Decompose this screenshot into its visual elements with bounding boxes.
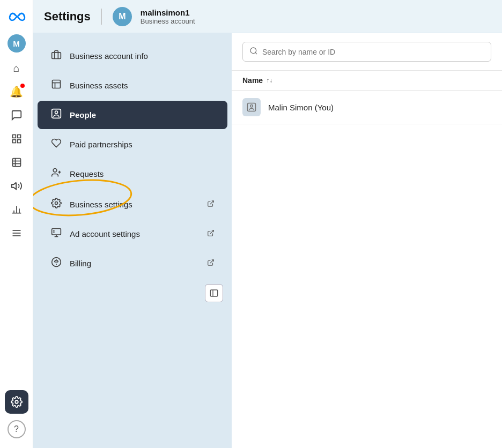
bell-nav-icon[interactable]: 🔔	[6, 81, 27, 102]
page-title: Settings	[44, 10, 91, 24]
sidebar-label-requests: Requests	[70, 169, 104, 178]
ad-account-settings-icon	[50, 227, 62, 241]
sidebar: Business account info Business assets	[33, 33, 232, 448]
collapse-sidebar-button[interactable]	[205, 284, 223, 302]
right-panel: Name ↑↓ Malin Simon (You)	[232, 33, 502, 448]
sidebar-item-business-account-info[interactable]: Business account info	[38, 42, 227, 70]
table-nav-icon[interactable]	[6, 152, 27, 173]
content-row: Business account info Business assets	[33, 33, 502, 448]
table-body: Malin Simon (You)	[232, 91, 502, 124]
svg-rect-18	[53, 80, 61, 88]
svg-point-39	[250, 48, 256, 54]
ad-account-settings-external-icon	[207, 229, 215, 238]
sidebar-label-business-assets: Business assets	[70, 81, 128, 90]
header-divider	[101, 9, 102, 25]
sidebar-label-business-settings: Business settings	[70, 200, 132, 209]
sidebar-item-billing[interactable]: Billing	[38, 249, 227, 278]
sidebar-item-paid-partnerships[interactable]: Paid partnerships	[38, 130, 227, 159]
sidebar-label-billing: Billing	[70, 259, 91, 268]
search-bar	[242, 42, 491, 62]
svg-line-36	[210, 260, 213, 263]
sidebar-item-business-settings[interactable]: Business settings	[38, 190, 227, 219]
chat-nav-icon[interactable]	[6, 105, 27, 125]
svg-rect-29	[52, 229, 61, 235]
sidebar-label-ad-account-settings: Ad account settings	[70, 229, 140, 238]
sidebar-item-business-assets[interactable]: Business assets	[38, 71, 227, 100]
table-header: Name ↑↓	[232, 71, 502, 91]
svg-point-22	[55, 111, 58, 114]
menu-nav-icon[interactable]	[6, 223, 27, 243]
chart-nav-icon[interactable]	[6, 199, 27, 220]
meta-logo[interactable]	[7, 6, 26, 26]
row-avatar	[242, 98, 261, 116]
sidebar-label-people: People	[70, 110, 96, 120]
svg-point-27	[55, 202, 58, 205]
svg-point-23	[53, 169, 57, 173]
row-name: Malin Simon (You)	[268, 103, 334, 112]
settings-bottom-icon[interactable]	[5, 390, 28, 414]
requests-icon	[50, 167, 62, 181]
business-settings-icon	[50, 198, 62, 211]
billing-icon	[50, 257, 62, 270]
sidebar-item-ad-account-settings[interactable]: Ad account settings	[38, 220, 227, 248]
table-row[interactable]: Malin Simon (You)	[232, 91, 502, 124]
sidebar-footer	[33, 279, 232, 308]
notification-dot	[20, 84, 25, 88]
column-name-label: Name	[242, 76, 263, 85]
search-icon	[249, 47, 258, 57]
header-username: malinsimon1	[141, 8, 195, 17]
business-account-info-icon	[50, 49, 62, 63]
svg-rect-5	[12, 159, 20, 167]
help-icon[interactable]: ?	[8, 420, 26, 438]
sidebar-item-requests[interactable]: Requests	[38, 160, 227, 188]
people-icon	[50, 108, 62, 122]
megaphone-nav-icon[interactable]	[6, 176, 27, 196]
grid-nav-icon[interactable]	[6, 129, 27, 149]
sidebar-label-paid-partnerships: Paid partnerships	[70, 140, 132, 149]
svg-line-28	[210, 201, 213, 204]
svg-rect-2	[17, 135, 20, 138]
svg-rect-37	[210, 290, 217, 296]
business-settings-external-icon	[207, 200, 215, 209]
svg-rect-1	[12, 135, 16, 138]
sidebar-label-business-account-info: Business account info	[70, 51, 148, 61]
business-assets-icon	[50, 79, 62, 92]
header-user-info: malinsimon1 Business account	[141, 8, 195, 25]
svg-rect-3	[12, 140, 16, 143]
sort-icon[interactable]: ↑↓	[266, 77, 272, 84]
search-input[interactable]	[262, 48, 484, 56]
svg-line-34	[210, 230, 213, 234]
home-nav-icon[interactable]: ⌂	[6, 58, 27, 78]
main-area: Settings M malinsimon1 Business account …	[33, 0, 502, 448]
billing-external-icon	[207, 259, 215, 268]
header-account-type: Business account	[141, 17, 195, 25]
nav-user-avatar[interactable]: M	[8, 34, 26, 53]
svg-rect-17	[52, 53, 61, 59]
header: Settings M malinsimon1 Business account	[33, 0, 502, 33]
svg-rect-4	[17, 140, 20, 143]
paid-partnerships-icon	[50, 138, 62, 151]
sidebar-item-people[interactable]: People	[38, 101, 227, 129]
header-avatar: M	[113, 7, 132, 26]
search-bar-area	[232, 33, 502, 71]
left-nav: M ⌂ 🔔	[0, 0, 33, 448]
svg-point-42	[250, 105, 253, 108]
svg-point-16	[15, 400, 18, 404]
svg-line-40	[255, 53, 257, 54]
